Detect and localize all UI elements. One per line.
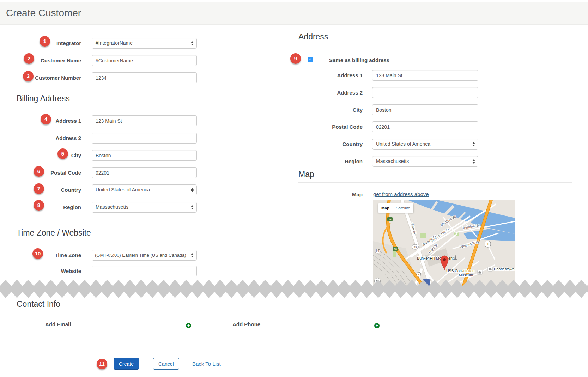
annotation-badge-11: 11 <box>97 359 107 369</box>
add-phone-button[interactable]: + <box>374 323 380 328</box>
postal-label: Postal Code <box>298 124 363 130</box>
get-from-address-link[interactable]: get from address above <box>373 191 429 197</box>
address1-label: Address 1 <box>298 72 363 78</box>
select-caret-icon <box>191 41 194 45</box>
checkmark-icon: ✓ <box>309 57 312 61</box>
address-heading: Address <box>298 32 572 45</box>
map-embed[interactable]: 28 28 99 1 28 T Main St Medford St Termi… <box>373 200 515 286</box>
select-caret-icon <box>472 142 475 146</box>
country-label: Country <box>298 141 363 147</box>
customer-name-row: Customer Name <box>0 55 515 66</box>
timezone-website-heading: Time Zone / Website <box>17 228 289 241</box>
map-type-control: Map Satellite <box>378 203 413 213</box>
route-28-text: 28 <box>388 218 392 221</box>
back-to-list-link[interactable]: Back To List <box>192 361 221 367</box>
address2-row: Address 2 <box>0 87 515 98</box>
us-1-text: 1 <box>487 242 489 246</box>
address2-input[interactable] <box>372 87 478 98</box>
page-title: Create Customer <box>6 2 81 24</box>
billing-country-row: Country United States of America <box>0 184 515 195</box>
region-label: Region <box>298 158 363 164</box>
page-header: Create Customer <box>0 2 588 25</box>
plus-icon: + <box>376 323 378 328</box>
select-caret-icon <box>191 205 194 209</box>
annotation-badge-3: 3 <box>23 71 34 81</box>
city-row: City <box>0 104 515 115</box>
uss-museum-label: Museum <box>459 273 473 277</box>
country-value: United States of America <box>372 139 478 149</box>
customer-name-label: Customer Name <box>0 57 81 63</box>
charlestown-label: Charlestown N <box>494 267 515 271</box>
map-heading: Map <box>298 170 572 183</box>
region-value: Massachusetts <box>372 156 478 166</box>
same-as-billing-checkbox[interactable]: ✓ <box>308 57 313 62</box>
billing-postal-input[interactable] <box>92 167 197 178</box>
website-label: Website <box>0 268 81 274</box>
city-input[interactable] <box>372 104 478 115</box>
website-input[interactable] <box>92 266 197 276</box>
t-station-text: T <box>418 273 420 276</box>
address2-label: Address 2 <box>298 90 363 96</box>
billing-region-select[interactable]: Massachusetts <box>92 202 197 213</box>
timezone-value: (GMT-05:00) Eastern Time (US and Canada) <box>92 250 196 260</box>
annotation-badge-8: 8 <box>34 200 44 211</box>
billing-country-value: United States of America <box>92 185 196 195</box>
integrator-value: #IntegratorName <box>92 38 196 48</box>
annotation-badge-7: 7 <box>34 183 44 194</box>
annotation-badge-2: 2 <box>24 53 34 64</box>
select-caret-icon <box>191 253 194 257</box>
park <box>420 233 426 238</box>
annotation-badge-4: 4 <box>41 114 51 124</box>
map-view-button[interactable]: Map <box>378 203 393 213</box>
annotation-badge-5: 5 <box>57 148 68 159</box>
lt-label: LT <box>376 249 380 253</box>
route-99-text: 99 <box>414 245 417 249</box>
add-email-button[interactable]: + <box>186 323 191 328</box>
uss-constitution-label: USS Constitution <box>446 269 474 273</box>
integrator-select[interactable]: #IntegratorName <box>92 38 197 49</box>
charlestown-icon <box>488 267 492 271</box>
address1-input[interactable] <box>372 70 478 81</box>
plus-icon: + <box>187 323 190 328</box>
billing-region-value: Massachusetts <box>92 202 196 212</box>
create-button[interactable]: Create <box>114 358 139 370</box>
add-email-label: Add Email <box>45 321 71 327</box>
annotation-badge-10: 10 <box>32 248 43 259</box>
postal-row: Postal Code <box>0 121 515 132</box>
torn-edge-divider <box>0 280 588 298</box>
contact-divider <box>17 340 384 340</box>
annotation-badge-9: 9 <box>290 53 301 64</box>
timezone-select[interactable]: (GMT-05:00) Eastern Time (US and Canada) <box>92 250 197 261</box>
select-caret-icon <box>191 188 194 192</box>
satellite-view-button[interactable]: Satellite <box>393 203 413 213</box>
customer-name-input[interactable] <box>92 55 197 66</box>
annotation-badge-6: 6 <box>34 166 44 177</box>
region-select[interactable]: Massachusetts <box>372 156 478 167</box>
contact-info-heading: Contact Info <box>17 299 384 312</box>
annotation-badge-1: 1 <box>40 36 50 47</box>
region-row: Region Massachusetts <box>0 156 515 167</box>
museum-icon <box>478 270 482 274</box>
billing-country-select[interactable]: United States of America <box>92 184 197 195</box>
route-28-text: 28 <box>394 248 397 251</box>
select-caret-icon <box>472 159 475 164</box>
map-field-label: Map <box>298 191 363 197</box>
add-phone-label: Add Phone <box>232 321 260 327</box>
cancel-button[interactable]: Cancel <box>153 358 179 370</box>
country-row: Country United States of America <box>0 139 515 150</box>
same-as-billing-label: Same as billing address <box>329 57 389 63</box>
postal-input[interactable] <box>372 121 478 132</box>
park <box>393 251 396 257</box>
country-select[interactable]: United States of America <box>372 139 478 150</box>
address1-row: Address 1 <box>0 70 515 81</box>
city-label: City <box>298 107 363 113</box>
